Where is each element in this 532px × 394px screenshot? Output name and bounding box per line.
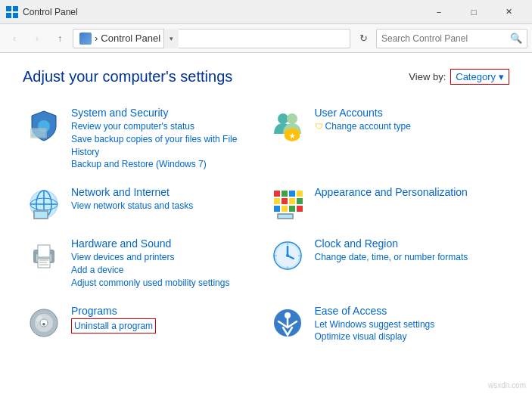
category-arrow: ▾ xyxy=(499,71,504,82)
ease-link-1[interactable]: Let Windows suggest settings xyxy=(315,318,507,331)
search-icon[interactable]: 🔍 xyxy=(510,33,522,44)
appearance-icon xyxy=(269,186,306,222)
svg-rect-3 xyxy=(13,13,18,18)
window-title: Control Panel xyxy=(23,7,422,17)
back-button[interactable]: ‹ xyxy=(5,29,24,48)
svg-rect-25 xyxy=(274,206,280,212)
list-item: Ease of Access Let Windows suggest setti… xyxy=(266,299,510,350)
user-accounts-shield-icon: 🛡 xyxy=(315,122,323,131)
svg-rect-22 xyxy=(282,198,288,204)
list-item: Appearance and Personalization xyxy=(266,180,510,228)
system-security-icon xyxy=(26,107,62,143)
content-area: Adjust your computer's settings View by:… xyxy=(0,53,532,365)
items-grid: System and Security Review your computer… xyxy=(23,101,509,349)
refresh-button[interactable]: ↻ xyxy=(353,29,373,48)
user-accounts-title[interactable]: User Accounts xyxy=(315,107,507,119)
hardware-title[interactable]: Hardware and Sound xyxy=(71,237,263,250)
close-button[interactable]: ✕ xyxy=(491,0,526,24)
window-controls: − □ ✕ xyxy=(422,0,526,24)
programs-link-1[interactable]: Uninstall a program xyxy=(71,318,156,334)
address-dropdown[interactable]: ▾ xyxy=(163,29,179,48)
svg-rect-30 xyxy=(278,215,292,218)
list-item: Network and Internet View network status… xyxy=(23,180,266,228)
list-item: System and Security Review your computer… xyxy=(23,101,266,177)
svg-rect-18 xyxy=(282,191,288,197)
svg-rect-28 xyxy=(297,206,303,212)
programs-icon: ● xyxy=(26,305,62,341)
hardware-link-2[interactable]: Add a device xyxy=(71,264,263,277)
page-title: Adjust your computer's settings xyxy=(23,68,232,85)
system-security-text: System and Security Review your computer… xyxy=(71,107,263,171)
hardware-text: Hardware and Sound View devices and prin… xyxy=(71,237,263,289)
ease-icon xyxy=(269,305,306,341)
programs-title[interactable]: Programs xyxy=(71,305,263,317)
user-accounts-icon: ★ xyxy=(269,107,306,143)
watermark: wsxdn.com xyxy=(488,381,526,389)
system-security-title[interactable]: System and Security xyxy=(71,107,263,119)
ease-title[interactable]: Ease of Access xyxy=(315,305,507,317)
list-item: ★ User Accounts 🛡 Change account type xyxy=(266,101,510,177)
network-icon xyxy=(26,186,62,222)
address-path: › Control Panel ▾ xyxy=(73,29,350,48)
svg-point-8 xyxy=(287,113,297,124)
view-by-control: View by: Category ▾ xyxy=(409,69,509,85)
programs-text: Programs Uninstall a program xyxy=(71,305,263,334)
svg-rect-2 xyxy=(6,13,11,18)
address-bar: ‹ › ↑ › Control Panel ▾ ↻ 🔍 xyxy=(0,24,532,53)
svg-rect-21 xyxy=(274,198,280,204)
svg-point-7 xyxy=(278,113,288,124)
header-row: Adjust your computer's settings View by:… xyxy=(23,68,509,85)
svg-rect-26 xyxy=(282,206,288,212)
svg-rect-33 xyxy=(38,245,50,257)
system-security-link-1[interactable]: Review your computer's status xyxy=(71,120,263,133)
svg-rect-1 xyxy=(13,6,18,11)
maximize-button[interactable]: □ xyxy=(456,0,491,24)
network-text: Network and Internet View network status… xyxy=(71,186,263,213)
clock-icon xyxy=(269,237,306,274)
view-by-label: View by: xyxy=(409,71,446,82)
list-item: ● Programs Uninstall a program xyxy=(23,299,266,350)
svg-text:★: ★ xyxy=(289,132,296,140)
clock-text: Clock and Region Change date, time, or n… xyxy=(315,237,507,264)
up-button[interactable]: ↑ xyxy=(50,29,70,48)
svg-rect-0 xyxy=(6,6,11,11)
search-box[interactable]: 🔍 xyxy=(376,29,527,48)
category-dropdown[interactable]: Category ▾ xyxy=(450,69,509,85)
svg-rect-20 xyxy=(297,191,303,197)
search-input[interactable] xyxy=(381,33,507,44)
ease-text: Ease of Access Let Windows suggest setti… xyxy=(315,305,507,344)
list-item: Hardware and Sound View devices and prin… xyxy=(23,231,266,295)
svg-text:●: ● xyxy=(42,321,46,327)
svg-point-42 xyxy=(286,254,289,257)
svg-rect-24 xyxy=(297,198,303,204)
system-security-link-2[interactable]: Save backup copies of your files with Fi… xyxy=(71,133,263,159)
ease-link-2[interactable]: Optimize visual display xyxy=(315,330,507,343)
minimize-button[interactable]: − xyxy=(422,0,456,24)
svg-rect-27 xyxy=(289,206,295,212)
path-icon xyxy=(79,33,92,45)
title-bar: Control Panel − □ ✕ xyxy=(0,0,532,24)
appearance-text: Appearance and Personalization xyxy=(315,186,507,200)
svg-rect-16 xyxy=(35,212,47,218)
path-label: Control Panel xyxy=(101,33,160,44)
system-security-link-3[interactable]: Backup and Restore (Windows 7) xyxy=(71,158,263,171)
hardware-link-1[interactable]: View devices and printers xyxy=(71,251,263,264)
svg-rect-23 xyxy=(289,198,295,204)
clock-title[interactable]: Clock and Region xyxy=(315,237,507,250)
app-icon xyxy=(6,6,18,18)
network-title[interactable]: Network and Internet xyxy=(71,186,263,198)
user-accounts-link-1[interactable]: Change account type xyxy=(325,120,411,133)
svg-rect-17 xyxy=(274,191,280,197)
user-accounts-text: User Accounts 🛡 Change account type xyxy=(315,107,507,133)
svg-rect-6 xyxy=(32,129,45,137)
path-separator: › xyxy=(95,33,98,44)
list-item: Clock and Region Change date, time, or n… xyxy=(266,231,510,295)
hardware-link-3[interactable]: Adjust commonly used mobility settings xyxy=(71,277,263,290)
category-label: Category xyxy=(456,71,496,82)
clock-link-1[interactable]: Change date, time, or number formats xyxy=(315,251,507,264)
forward-button[interactable]: › xyxy=(27,29,47,48)
svg-rect-19 xyxy=(289,191,295,197)
appearance-title[interactable]: Appearance and Personalization xyxy=(315,186,507,198)
network-link-1[interactable]: View network status and tasks xyxy=(71,200,263,213)
hardware-icon xyxy=(26,237,62,274)
